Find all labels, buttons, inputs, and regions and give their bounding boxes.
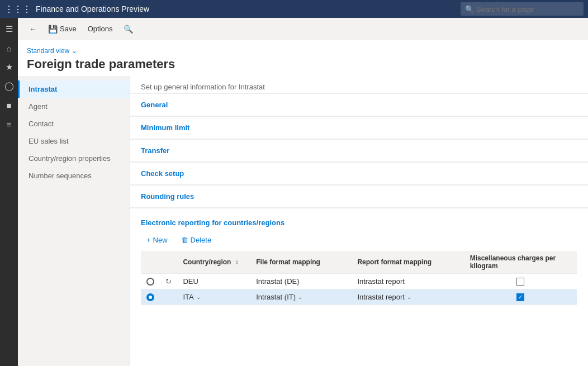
row1-file-format[interactable]: Intrastat (DE) — [250, 274, 352, 289]
main-body: Intrastat Agent Contact EU sales list Co… — [18, 76, 588, 366]
sidebar-home-icon[interactable]: ⌂ — [0, 39, 18, 57]
nav-item-agent[interactable]: Agent — [18, 98, 129, 115]
nav-item-country-region[interactable]: Country/region properties — [18, 150, 129, 167]
sort-icon: ↕ — [235, 258, 239, 266]
col-refresh — [160, 251, 177, 274]
row2-refresh-cell — [160, 289, 177, 305]
table-row[interactable]: ITA ⌄ Intrastat (IT) ⌄ — [141, 289, 577, 305]
row2-report-value: Intrastat report — [357, 293, 405, 301]
standard-view[interactable]: Standard view ⌄ — [27, 47, 579, 55]
toolbar-search-icon: 🔍 — [124, 25, 133, 34]
options-button[interactable]: Options — [83, 22, 117, 35]
report-dropdown-icon[interactable]: ⌄ — [407, 294, 411, 300]
row2-country-value: ITA — [183, 293, 193, 301]
row1-refresh-cell[interactable]: ↻ — [160, 274, 177, 289]
sidebar-recent-icon[interactable]: ◯ — [0, 77, 18, 95]
section-minimum-limit[interactable]: Minimum limit — [130, 117, 588, 139]
file-dropdown-icon[interactable]: ⌄ — [298, 294, 302, 300]
row2-checkbox[interactable]: ✓ — [516, 293, 524, 301]
search-wrapper: 🔍 — [461, 2, 584, 16]
table-row[interactable]: ↻ DEU Intrastat (DE) Intrastat report — [141, 274, 577, 289]
save-button[interactable]: 💾 Save — [44, 22, 81, 36]
delete-button[interactable]: 🗑 Delete — [176, 234, 217, 246]
save-icon: 💾 — [48, 25, 58, 34]
col-country-header[interactable]: Country/region ↕ — [177, 251, 250, 274]
form-subtitle: Set up general information for Intrastat — [130, 76, 588, 94]
section-check-setup[interactable]: Check setup — [130, 163, 588, 185]
sidebar-workspaces-icon[interactable]: ■ — [0, 96, 18, 114]
row2-report-format[interactable]: Intrastat report ⌄ — [352, 289, 464, 305]
nav-item-number-sequences[interactable]: Number sequences — [18, 167, 129, 184]
page-header: Standard view ⌄ Foreign trade parameters — [18, 40, 588, 76]
row2-select-cell[interactable] — [141, 289, 160, 305]
delete-label: Delete — [191, 236, 212, 244]
col-select — [141, 251, 160, 274]
chevron-down-icon: ⌄ — [72, 47, 77, 55]
sidebar-modules-icon[interactable]: ≡ — [0, 115, 18, 133]
form-content: Set up general information for Intrastat… — [130, 76, 588, 366]
col-misc-header[interactable]: Miscellaneous charges per kilogram — [464, 251, 577, 274]
save-label: Save — [60, 25, 77, 33]
col-country-label: Country/region — [183, 258, 231, 266]
app-layout: ☰ ⌂ ★ ◯ ■ ≡ ← 💾 Save Options 🔍 — [0, 18, 588, 366]
new-button[interactable]: + New — [141, 234, 173, 246]
row2-file-value: Intrastat (IT) — [256, 293, 296, 301]
icon-sidebar: ☰ ⌂ ★ ◯ ■ ≡ — [0, 18, 18, 366]
top-bar: ⋮⋮⋮ Finance and Operations Preview 🔍 — [0, 0, 588, 18]
new-label: New — [153, 236, 168, 244]
toolbar: ← 💾 Save Options 🔍 — [18, 18, 588, 40]
row2-radio[interactable] — [146, 293, 154, 301]
sidebar-favorites-icon[interactable]: ★ — [0, 58, 18, 76]
content-area: ← 💾 Save Options 🔍 Standard view ⌄ Forei… — [18, 18, 588, 366]
plus-icon: + — [146, 236, 151, 244]
table-header-row: Country/region ↕ File format mapping Rep… — [141, 251, 577, 274]
sidebar-menu-icon[interactable]: ☰ — [0, 20, 18, 38]
row1-misc[interactable] — [464, 274, 577, 289]
nav-item-eu-sales-list[interactable]: EU sales list — [18, 132, 129, 150]
row1-select-cell[interactable] — [141, 274, 160, 289]
col-file-header[interactable]: File format mapping — [250, 251, 352, 274]
country-dropdown-icon[interactable]: ⌄ — [196, 294, 201, 300]
nav-sidebar: Intrastat Agent Contact EU sales list Co… — [18, 76, 130, 366]
section-general[interactable]: General — [130, 94, 588, 116]
toolbar-search-button[interactable]: 🔍 — [119, 22, 137, 36]
row2-country[interactable]: ITA ⌄ — [177, 289, 250, 305]
nav-item-intrastat[interactable]: Intrastat — [18, 80, 129, 98]
electronic-reporting-section: Electronic reporting for countries/regio… — [130, 213, 588, 305]
electronic-reporting-table: Country/region ↕ File format mapping Rep… — [141, 251, 577, 305]
electronic-section-title: Electronic reporting for countries/regio… — [141, 213, 577, 231]
section-rounding-rules[interactable]: Rounding rules — [130, 186, 588, 208]
search-input[interactable] — [461, 2, 584, 16]
standard-view-label: Standard view — [27, 47, 69, 55]
section-transfer[interactable]: Transfer — [130, 140, 588, 162]
options-label: Options — [88, 25, 113, 33]
page-title: Foreign trade parameters — [27, 57, 579, 72]
row1-country[interactable]: DEU — [177, 274, 250, 289]
delete-icon: 🗑 — [181, 236, 188, 244]
row2-misc[interactable]: ✓ — [464, 289, 577, 305]
back-button[interactable]: ← — [25, 22, 41, 36]
nav-item-contact[interactable]: Contact — [18, 115, 129, 132]
row1-checkbox[interactable] — [516, 278, 524, 286]
back-icon: ← — [29, 25, 37, 34]
row1-report-format[interactable]: Intrastat report — [352, 274, 464, 289]
row2-file-format[interactable]: Intrastat (IT) ⌄ — [250, 289, 352, 305]
row1-radio[interactable] — [146, 278, 154, 286]
action-bar: + New 🗑 Delete — [141, 231, 577, 251]
row1-refresh-icon[interactable]: ↻ — [165, 277, 172, 286]
app-title: Finance and Operations Preview — [36, 4, 456, 13]
col-report-header[interactable]: Report format mapping — [352, 251, 464, 274]
grid-icon[interactable]: ⋮⋮⋮ — [4, 4, 31, 15]
